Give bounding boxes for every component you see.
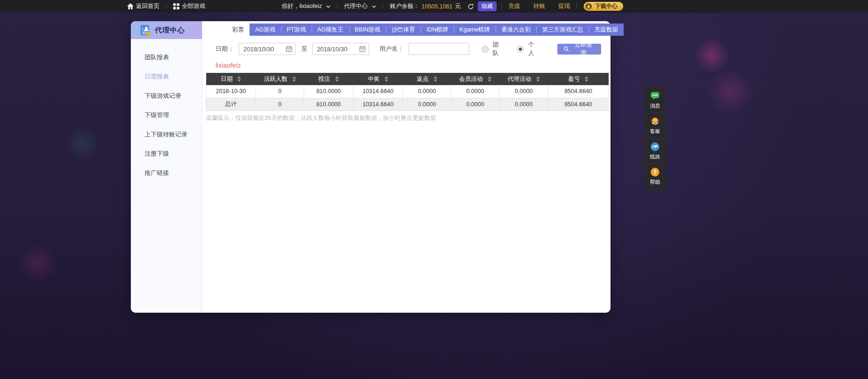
tab[interactable]: 充提数据 [589,24,624,36]
column-header-label: 投注 [319,75,330,83]
sidebar-item-label: 日度报表 [145,72,169,81]
sidebar-item[interactable]: 日度报表 [131,67,202,86]
username-input[interactable] [409,43,469,55]
column-header-label: 代理活动 [508,75,531,83]
radio-team-circle [482,46,489,53]
table-cell: 0.0000 [403,98,451,111]
hide-balance-button[interactable]: 隐藏 [478,1,497,11]
sidebar-header: ¥ 代理中心 [131,21,202,39]
download-icon [585,3,592,10]
tab-label: 第三方游戏汇总 [542,26,583,34]
tab[interactable]: PT游戏 [281,24,312,36]
date-to-value: 2018/10/30 [317,46,347,53]
sidebar-item[interactable]: 下级管理 [131,105,202,125]
table-row: 2018-10-300810.000010314.66400.00000.000… [206,85,609,98]
float-button-help[interactable]: ?帮助 [644,164,666,189]
date-label: 日期： [216,45,234,53]
table-cell: 0.0000 [451,98,499,111]
float-button-customer-service[interactable]: 客服 [644,113,666,138]
query-button[interactable]: 立即查询 [557,44,601,55]
balance-unit: 元 [455,2,461,10]
column-header[interactable]: 返点 [403,73,451,85]
column-header[interactable]: 盈亏 [548,73,609,85]
refresh-icon[interactable] [467,3,474,10]
table-cell: 810.0000 [304,98,354,111]
agent-center-label: 代理中心 [344,2,368,10]
username-label: 用户名： [379,45,404,53]
radio-team[interactable]: 团队 [482,40,505,57]
column-header[interactable]: 日期 [206,73,256,85]
tab[interactable]: AG捕鱼王 [312,24,349,36]
customer-service-icon [650,116,660,126]
topbar-link[interactable]: 转账 [527,2,552,10]
sidebar-item-label: 注册下级 [145,150,169,158]
all-games-button[interactable]: 全部游戏 [167,2,212,10]
game-tabs: 彩票AG游戏PT游戏AG捕鱼王BBIN游戏沙巴体育IDN棋牌Kgame棋牌香港六… [226,24,624,36]
grid-icon [173,3,179,9]
download-center-label: 下载中心 [595,2,618,10]
tab[interactable]: IDN棋牌 [421,24,454,36]
float-button-line-route[interactable]: 线路 [644,138,666,164]
sidebar-item-label: 上下级转账记录 [145,130,187,139]
date-from-input[interactable]: 2018/10/30 [239,43,296,55]
float-button-message[interactable]: 消息 [644,88,666,113]
sidebar-item-label: 团队报表 [145,53,169,62]
table-cell: 810.0000 [304,85,354,98]
sidebar-item[interactable]: 下级游戏记录 [131,86,202,105]
column-header[interactable]: 代理活动 [499,73,548,85]
tab[interactable]: BBIN游戏 [349,24,386,36]
topbar: 返回首页 全部游戏 你好，lixiaofeiz 代理中心 [0,0,868,13]
sort-icon [536,76,540,82]
float-button-label: 客服 [650,128,660,135]
table-cell: 9504.6640 [548,85,609,98]
topbar-link[interactable]: 充值 [502,2,527,10]
tab-label: 彩票 [232,26,244,34]
table-cell: 10314.6640 [354,85,403,98]
column-header-label: 活跃人数 [264,75,288,83]
home-button[interactable]: 返回首页 [127,2,166,10]
tab[interactable]: 第三方游戏汇总 [536,24,589,36]
column-header[interactable]: 会员活动 [451,73,499,85]
tab-label: AG游戏 [255,26,275,34]
tab-label: Kgame棋牌 [459,26,490,34]
download-center-button[interactable]: 下载中心 [584,2,623,11]
calendar-icon [286,46,292,52]
tab-label: BBIN游戏 [355,26,380,34]
agent-center-menu[interactable]: 代理中心 [338,2,383,10]
sidebar-item[interactable]: 注册下级 [131,144,202,163]
tab[interactable]: 沙巴体育 [386,24,421,36]
svg-text:?: ? [653,169,657,176]
sidebar-item-label: 下级管理 [145,111,169,119]
radio-personal-label: 个人 [528,40,540,57]
sort-icon [335,76,339,82]
tab[interactable]: 彩票 [226,24,249,36]
column-header[interactable]: 投注 [304,73,354,85]
sort-icon [237,76,241,82]
sidebar-item[interactable]: 推广链接 [131,163,202,182]
topbar-link-label: 转账 [533,2,545,10]
tab[interactable]: 香港六合彩 [496,24,537,36]
sidebar-item-label: 推广链接 [145,169,169,177]
report-tip: 温馨提示：仅保留最近35天的数据；活跃人数每小时获取最新数据，按小时整点更新数据 [206,114,436,122]
column-header-label: 返点 [417,75,429,83]
table-cell: 0 [256,98,304,111]
greeting-label: 你好，lixiaofeiz [282,2,322,10]
date-to-input[interactable]: 2018/10/30 [312,43,369,55]
search-icon [563,46,569,52]
user-menu[interactable]: 你好，lixiaofeiz [275,2,337,10]
chevron-down-icon [372,5,376,8]
sidebar-item[interactable]: 团队报表 [131,47,202,67]
column-header[interactable]: 活跃人数 [256,73,304,85]
tab[interactable]: Kgame棋牌 [454,24,496,36]
sidebar-item[interactable]: 上下级转账记录 [131,125,202,144]
topbar-link[interactable]: 提现 [552,2,577,10]
username-field-wrap [409,43,469,55]
report-username: lixiaofeiz [216,62,241,69]
table-cell: 总计 [206,98,256,111]
radio-personal[interactable]: 个人 [517,40,540,57]
column-header[interactable]: 中奖 [354,73,403,85]
table-total-row: 总计0810.000010314.66400.00000.00000.00009… [206,98,609,111]
table-cell: 0.0000 [403,85,451,98]
tab[interactable]: AG游戏 [249,24,281,36]
column-header-label: 盈亏 [568,75,580,83]
